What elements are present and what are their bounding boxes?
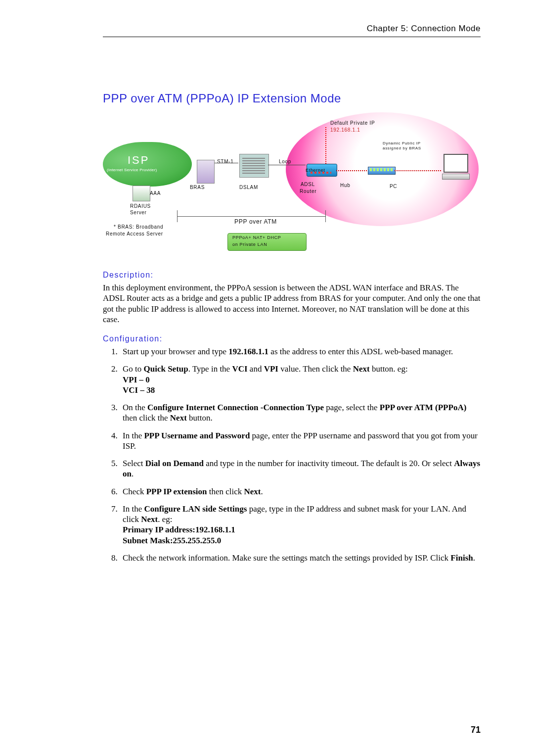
dslam-label: DSLAM	[239, 185, 258, 190]
page-number: 71	[471, 725, 481, 735]
hub-ports	[370, 168, 393, 171]
ppp-span-bar	[177, 216, 325, 217]
step-1: Start up your browser and type 192.168.1…	[120, 346, 481, 357]
step-6: Check PPP IP extension then click Next.	[120, 486, 481, 497]
step-4: In the PPP Username and Password page, e…	[120, 430, 481, 452]
default-ip-value: 192.168.1.1	[330, 127, 360, 133]
bras-note-1: * BRAS: Broadband	[114, 224, 163, 230]
configuration-list: Start up your browser and type 192.168.1…	[103, 346, 481, 563]
isp-label: ISP	[128, 154, 149, 167]
radius-label-1: RDAIUS	[130, 203, 151, 209]
dynamic-ip-label-2: assigned by BRAS	[383, 146, 421, 150]
isp-sublabel: (Internet Service Provider)	[107, 168, 157, 172]
aaa-label: AAA	[150, 190, 161, 196]
hub-label: Hub	[340, 183, 350, 188]
step-5: Select Dial on Demand and type in the nu…	[120, 458, 481, 479]
ppp-span-right	[325, 210, 326, 222]
default-ip-label: Default Private IP	[330, 120, 375, 126]
ppp-over-atm-label: PPP over ATM	[234, 218, 277, 225]
loop-label: Loop	[279, 159, 291, 164]
aaa-server-icon	[133, 186, 150, 201]
step-8: Check the network information. Make sure…	[120, 553, 481, 563]
loop-link	[268, 165, 306, 165]
step-3: On the Configure Internet Connection -Co…	[120, 402, 481, 424]
green-box-line-1: PPPoA+ NAT+ DHCP	[232, 235, 281, 240]
chapter-header: Chapter 5: Connection Mode	[103, 24, 481, 34]
bras-icon	[197, 160, 215, 184]
adsl-label-1: ADSL	[301, 182, 315, 187]
step-2: Go to Quick Setup. Type in the VCI and V…	[120, 364, 481, 395]
ethernet-link-2	[395, 170, 441, 171]
description-heading: Description:	[103, 271, 481, 280]
radius-label-2: Server	[130, 210, 147, 215]
dynamic-ip-label-1: Dynamic Public IP	[383, 141, 421, 145]
default-ip-pointer	[325, 127, 326, 164]
bras-note-2: Remote Access Server	[106, 231, 163, 236]
green-box-line-2: on Private LAN	[232, 242, 267, 247]
bras-label: BRAS	[190, 185, 205, 190]
page-title: PPP over ATM (PPPoA) IP Extension Mode	[103, 92, 481, 105]
step-7: In the Configure LAN side Settings page,…	[120, 504, 481, 546]
topology-diagram: ISP (Internet Service Provider) AAA RDAI…	[103, 112, 479, 261]
adsl-label-2: Router	[300, 189, 316, 194]
pc-label: PC	[390, 184, 397, 189]
dslam-icon-inner	[242, 157, 265, 174]
header-rule	[103, 37, 481, 37]
stm-label: STM-1	[217, 159, 234, 164]
ethernet-link-1	[336, 170, 367, 171]
ethernet-label: Ethernet	[306, 168, 325, 173]
description-body: In this deployment environment, the PPPo…	[103, 283, 481, 325]
configuration-heading: Configuration:	[103, 334, 481, 343]
pc-icon	[442, 154, 470, 179]
